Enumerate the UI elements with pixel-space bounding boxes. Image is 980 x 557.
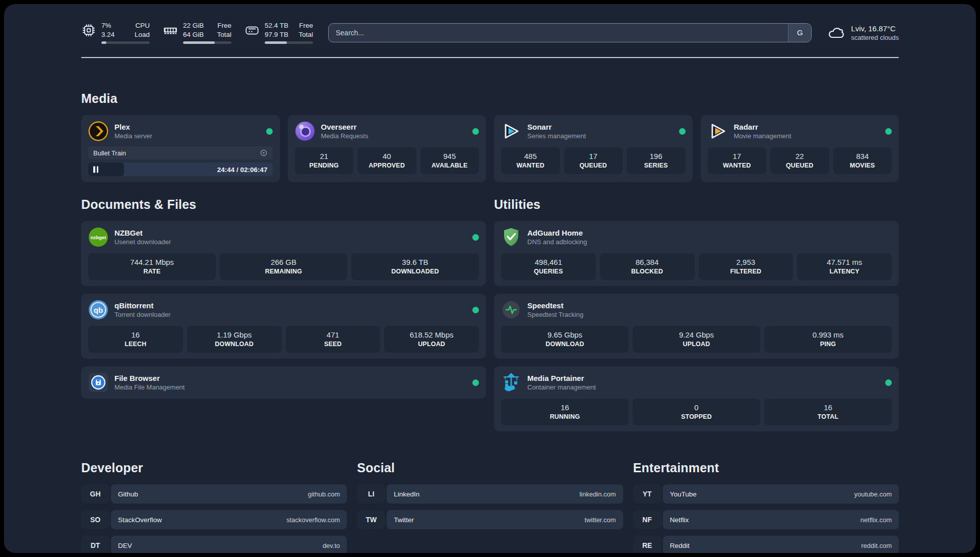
bookmark-dev[interactable]: DT DEV dev.to	[81, 536, 347, 553]
bookmark-twitter[interactable]: TW Twitter twitter.com	[357, 510, 623, 529]
stat-approved: 40 APPROVED	[357, 147, 416, 174]
ram-progress-bar	[183, 41, 231, 44]
status-dot	[472, 128, 479, 135]
filebrowser-icon	[88, 372, 108, 393]
cpu-load-value: 3.24	[101, 30, 114, 39]
player-time: 24:44 / 02:06:47	[217, 165, 268, 173]
netflix-letter-icon: NF	[633, 510, 661, 529]
bookmark-stackoverflow[interactable]: SO StackOverflow stackoverflow.com	[81, 510, 347, 529]
adguard-icon	[501, 227, 521, 247]
cpu-progress-bar	[101, 41, 150, 44]
app-subtitle: Container management	[527, 383, 596, 391]
app-card-nzbget[interactable]: nzbget NZBGet Usenet downloader 74	[81, 221, 486, 286]
sonarr-icon	[501, 121, 521, 141]
search-input[interactable]	[328, 23, 812, 42]
disk-total-value: 97.9 TB	[265, 30, 288, 39]
disk-widget: 52.4 TB 97.9 TB Free Total	[244, 21, 313, 44]
stat-upload: 9.24 Gbps UPLOAD	[633, 326, 760, 353]
app-subtitle: Series management	[527, 132, 586, 140]
qbittorrent-icon: qb	[88, 300, 108, 320]
bookmark-netflix[interactable]: NF Netflix netflix.com	[633, 510, 899, 529]
app-name: qBittorrent	[114, 301, 170, 310]
utils-section-title: Utilities	[494, 197, 899, 212]
app-name: Sonarr	[527, 123, 586, 131]
ram-total-label: Total	[217, 30, 231, 39]
status-dot	[885, 128, 892, 135]
stat-rate: 744.21 Mbps RATE	[88, 253, 216, 280]
stat-latency: 47.571 ms LATENCY	[797, 253, 892, 280]
bookmark-reddit[interactable]: RE Reddit reddit.com	[633, 536, 899, 553]
header-divider	[81, 57, 899, 58]
bookmark-name: DEV	[118, 542, 132, 549]
bookmark-url: stackoverflow.com	[286, 516, 340, 524]
load-label: Load	[135, 30, 150, 39]
stat-remaining: 266 GB REMAINING	[220, 253, 347, 280]
app-name: AdGuard Home	[527, 229, 587, 237]
stat-wanted: 17 WANTED	[708, 147, 767, 174]
app-card-qbittorrent[interactable]: qb qBittorrent Torrent downloader	[81, 294, 486, 359]
ram-widget: 22 GiB 64 GiB Free Total	[163, 21, 231, 44]
bookmark-youtube[interactable]: YT YouTube youtube.com	[633, 484, 899, 504]
bookmark-linkedin[interactable]: LI LinkedIn linkedin.com	[357, 484, 623, 504]
app-subtitle: Media Requests	[321, 132, 369, 140]
stat-queued: 22 QUEUED	[770, 147, 829, 174]
app-card-adguard[interactable]: AdGuard Home DNS and adblocking 498,461 …	[494, 221, 899, 286]
docs-section-title: Documents & Files	[81, 197, 486, 212]
bookmark-url: netflix.com	[861, 516, 892, 524]
section-utilities: Utilities	[494, 197, 899, 431]
app-card-portainer[interactable]: Media Portainer Container management 16 …	[494, 366, 899, 431]
dev-letter-icon: DT	[81, 536, 109, 553]
plex-icon	[88, 121, 108, 141]
app-card-sonarr[interactable]: Sonarr Series management 485 WANTED 17 Q…	[494, 115, 693, 182]
stat-pending: 21 PENDING	[295, 147, 354, 174]
section-media: Media Plex Media server	[81, 91, 899, 182]
github-letter-icon: GH	[81, 484, 109, 504]
stat-movies: 834 MOVIES	[833, 147, 892, 174]
overseerr-icon	[295, 121, 315, 141]
player-progress-bar[interactable]: 24:44 / 02:06:47	[88, 162, 273, 176]
app-card-filebrowser[interactable]: File Browser Media File Management	[81, 366, 486, 399]
app-card-radarr[interactable]: Radarr Movie management 17 WANTED 22 QUE…	[701, 115, 899, 182]
weather-location-temp: Lviv, 16.87°C	[851, 24, 899, 33]
speedtest-icon	[501, 300, 521, 320]
app-name: NZBGet	[114, 229, 171, 237]
search-engine-label: G	[797, 28, 803, 37]
media-section-title: Media	[81, 91, 899, 106]
stat-queries: 498,461 QUERIES	[501, 253, 596, 280]
cpu-label: CPU	[135, 21, 150, 30]
hard-drive-icon	[244, 23, 260, 44]
section-entertainment: Entertainment YT YouTube youtube.com NF …	[633, 461, 899, 553]
pause-icon[interactable]	[93, 166, 98, 173]
app-card-plex[interactable]: Plex Media server Bullet Train	[81, 115, 280, 182]
status-dot	[472, 307, 479, 313]
stat-seed: 471 SEED	[286, 326, 381, 353]
stat-upload: 618.52 Mbps UPLOAD	[384, 326, 479, 353]
bookmark-name: Reddit	[670, 542, 690, 549]
bookmark-name: LinkedIn	[394, 490, 419, 498]
media-target-icon[interactable]	[260, 149, 268, 157]
app-subtitle: Speedtest Tracking	[527, 311, 583, 318]
section-developer: Developer GH Github github.com SO StackO…	[81, 461, 347, 553]
app-name: Overseerr	[321, 123, 369, 131]
app-subtitle: DNS and adblocking	[527, 238, 587, 246]
stat-running: 16 RUNNING	[501, 399, 629, 425]
stat-filtered: 2,953 FILTERED	[699, 253, 793, 280]
search-engine-button[interactable]: G	[788, 24, 811, 42]
app-card-overseerr[interactable]: Overseerr Media Requests 21 PENDING 40 A…	[288, 115, 486, 182]
disk-free-label: Free	[298, 21, 313, 30]
status-dot	[472, 379, 479, 386]
bookmark-url: youtube.com	[854, 490, 892, 498]
weather-widget: Lviv, 16.87°C scattered clouds	[827, 24, 899, 42]
svg-text:qb: qb	[94, 306, 103, 314]
bookmark-name: StackOverflow	[118, 516, 162, 524]
bookmark-name: Github	[118, 490, 138, 498]
section-documents-files: Documents & Files nzbget	[81, 197, 486, 431]
stat-available: 945 AVAILABLE	[420, 147, 479, 174]
portainer-icon	[501, 372, 521, 393]
bookmark-name: Twitter	[394, 516, 414, 524]
disk-progress-bar	[265, 41, 313, 44]
app-card-speedtest[interactable]: Speedtest Speedtest Tracking 9.65 Gbps D…	[494, 294, 899, 359]
system-stats: 7% 3.24 CPU Load	[81, 21, 313, 44]
app-name: Radarr	[734, 123, 791, 131]
bookmark-github[interactable]: GH Github github.com	[81, 484, 347, 504]
